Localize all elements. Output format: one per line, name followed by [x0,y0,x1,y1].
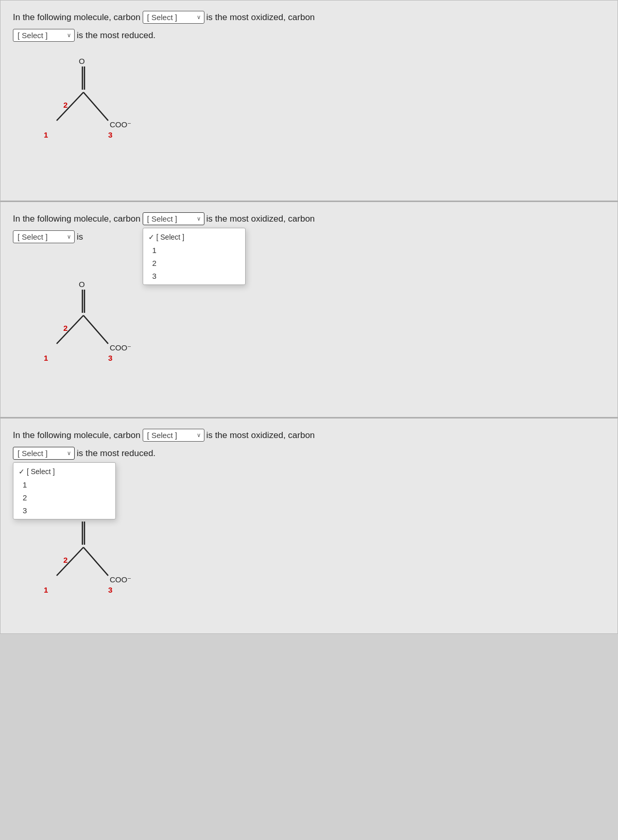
select-oxidized-container-2: [ Select ] ∨ ✓ [ Select ] 1 2 3 [143,212,204,225]
select-reduced-1[interactable]: [ Select ] ∨ [13,29,75,42]
select-reduced-label-3: [ Select ] [18,449,47,458]
chevron-down-icon-4: ∨ [67,233,71,240]
chevron-down-icon-6: ∨ [67,450,71,457]
dropdown-item-1-3[interactable]: 1 [13,478,115,491]
dropdown-popup-3: ✓ [ Select ] 1 2 3 [13,462,116,519]
question-line-3: In the following molecule, carbon [ Sele… [13,429,605,442]
question-line-1: In the following molecule, carbon [ Sele… [13,11,605,24]
svg-text:O: O [79,57,85,65]
second-line-1: [ Select ] ∨ is the most reduced. [13,29,605,42]
reduced-suffix-1: is the most reduced. [77,30,156,41]
dropdown-popup-2: ✓ [ Select ] 1 2 3 [143,228,246,285]
svg-line-13 [83,315,108,344]
svg-text:3: 3 [108,585,112,594]
select-oxidized-3[interactable]: [ Select ] ∨ [143,429,204,442]
svg-line-4 [83,92,108,121]
svg-text:3: 3 [108,130,112,139]
question-line-2: In the following molecule, carbon [ Sele… [13,212,605,225]
molecule-diagram-2: O 2 COO⁻ 3 1 [28,274,605,384]
dropdown-item-3-2[interactable]: 3 [143,270,245,282]
select-reduced-label-2: [ Select ] [18,232,47,241]
dropdown-header-label-2: [ Select ] [156,233,184,241]
select-oxidized-label-2: [ Select ] [147,214,177,223]
reduced-suffix-2: is [77,232,83,242]
svg-text:COO⁻: COO⁻ [110,575,131,584]
svg-line-21 [57,547,83,576]
chevron-down-icon-2: ∨ [67,32,71,39]
question-suffix-1: is the most oxidized, carbon [207,12,315,23]
svg-text:O: O [79,280,85,289]
svg-text:COO⁻: COO⁻ [110,120,131,129]
select-oxidized-label-1: [ Select ] [147,13,177,22]
question-prefix-2: In the following molecule, carbon [13,214,141,224]
svg-line-12 [57,315,83,344]
molecule-diagram-1: O 2 COO⁻ 3 1 [28,51,605,161]
chevron-down-icon-1: ∨ [197,14,201,21]
dropdown-header-3: ✓ [ Select ] [13,465,115,478]
select-reduced-3[interactable]: [ Select ] ∨ [13,447,75,460]
svg-text:2: 2 [63,556,67,564]
select-reduced-2[interactable]: [ Select ] ∨ [13,230,75,243]
question-prefix-3: In the following molecule, carbon [13,430,141,441]
question-prefix-1: In the following molecule, carbon [13,12,141,23]
dropdown-header-label-3: [ Select ] [27,467,55,476]
chevron-down-icon-5: ∨ [197,432,201,439]
second-line-3: [ Select ] ∨ ✓ [ Select ] 1 2 3 is the m… [13,447,605,460]
panel-3: In the following molecule, carbon [ Sele… [0,417,618,634]
select-oxidized-1[interactable]: [ Select ] ∨ [143,11,204,24]
chevron-down-icon-3: ∨ [197,215,201,222]
molecule-diagram-3: O 2 COO⁻ 3 1 [28,506,605,616]
select-reduced-container-3: [ Select ] ∨ ✓ [ Select ] 1 2 3 [13,447,75,460]
svg-text:3: 3 [108,354,112,362]
svg-text:1: 1 [44,585,48,594]
dropdown-item-1-2[interactable]: 1 [143,244,245,257]
panel-2: In the following molecule, carbon [ Sele… [0,201,618,417]
question-suffix-2: is the most oxidized, carbon [207,214,315,224]
svg-text:1: 1 [44,354,48,362]
checkmark-icon-2: ✓ [148,233,154,241]
svg-line-3 [57,92,83,121]
svg-line-22 [83,547,108,576]
second-line-2: [ Select ] ∨ is [13,230,605,243]
svg-text:2: 2 [63,324,67,332]
svg-text:1: 1 [44,130,48,139]
select-oxidized-2[interactable]: [ Select ] ∨ [143,212,204,225]
panel-1: In the following molecule, carbon [ Sele… [0,0,618,201]
checkmark-icon-3: ✓ [19,467,25,476]
dropdown-header-2: ✓ [ Select ] [143,230,245,244]
svg-text:2: 2 [63,100,67,109]
select-oxidized-label-3: [ Select ] [147,431,177,440]
dropdown-item-3-3[interactable]: 3 [13,504,115,517]
select-reduced-label-1: [ Select ] [18,31,47,40]
dropdown-item-2-2[interactable]: 2 [143,257,245,270]
svg-text:COO⁻: COO⁻ [110,343,131,352]
dropdown-item-2-3[interactable]: 2 [13,491,115,504]
reduced-suffix-3: is the most reduced. [77,448,156,459]
question-suffix-3: is the most oxidized, carbon [207,430,315,441]
